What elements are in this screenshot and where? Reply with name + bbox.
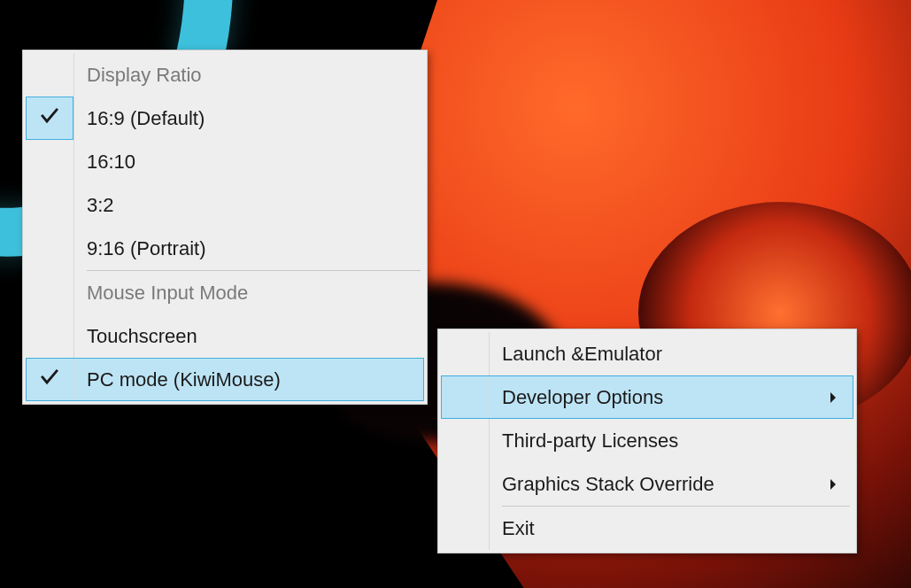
menu-item-graphics-stack-override[interactable]: Graphics Stack Override bbox=[441, 462, 853, 506]
menu-item-label: 3:2 bbox=[74, 194, 114, 217]
menu-item-label: Launch &Emulator bbox=[490, 343, 662, 366]
menu-item-ratio-16-9[interactable]: 16:9 (Default) bbox=[26, 97, 424, 140]
menu-item-label: 16:9 (Default) bbox=[74, 107, 205, 130]
menu-item-ratio-3-2[interactable]: 3:2 bbox=[26, 183, 424, 227]
menu-item-exit[interactable]: Exit bbox=[441, 507, 853, 550]
menu-item-label: Exit bbox=[490, 517, 535, 540]
chevron-right-icon bbox=[829, 478, 838, 491]
menu-item-label: Touchscreen bbox=[74, 325, 197, 348]
check-icon bbox=[39, 105, 60, 132]
menu-item-touchscreen[interactable]: Touchscreen bbox=[26, 314, 424, 358]
menu-item-ratio-16-10[interactable]: 16:10 bbox=[26, 140, 424, 183]
menu-header-display-ratio: Display Ratio bbox=[26, 53, 424, 97]
menu-item-label: 16:10 bbox=[74, 151, 135, 174]
menu-item-pc-mode-kiwimouse[interactable]: PC mode (KiwiMouse) bbox=[26, 358, 424, 401]
menu-item-label: Graphics Stack Override bbox=[490, 473, 714, 496]
main-context-menu[interactable]: Launch &Emulator Developer Options Third… bbox=[437, 329, 857, 553]
menu-item-label: 9:16 (Portrait) bbox=[74, 237, 206, 260]
chevron-right-icon bbox=[829, 391, 838, 404]
check-icon bbox=[39, 367, 60, 393]
menu-header-label: Display Ratio bbox=[74, 64, 202, 87]
menu-header-mouse-input-mode: Mouse Input Mode bbox=[26, 271, 424, 314]
menu-header-label: Mouse Input Mode bbox=[74, 282, 248, 305]
menu-item-label: Developer Options bbox=[490, 386, 663, 409]
display-settings-menu[interactable]: Display Ratio 16:9 (Default) 16:10 3:2 9… bbox=[22, 50, 428, 405]
menu-item-label: PC mode (KiwiMouse) bbox=[74, 368, 281, 391]
menu-item-third-party-licenses[interactable]: Third-party Licenses bbox=[441, 419, 853, 462]
menu-item-ratio-9-16[interactable]: 9:16 (Portrait) bbox=[26, 227, 424, 270]
menu-item-developer-options[interactable]: Developer Options bbox=[441, 375, 853, 419]
menu-item-launch-emulator[interactable]: Launch &Emulator bbox=[441, 332, 853, 375]
menu-item-label: Third-party Licenses bbox=[490, 429, 678, 453]
